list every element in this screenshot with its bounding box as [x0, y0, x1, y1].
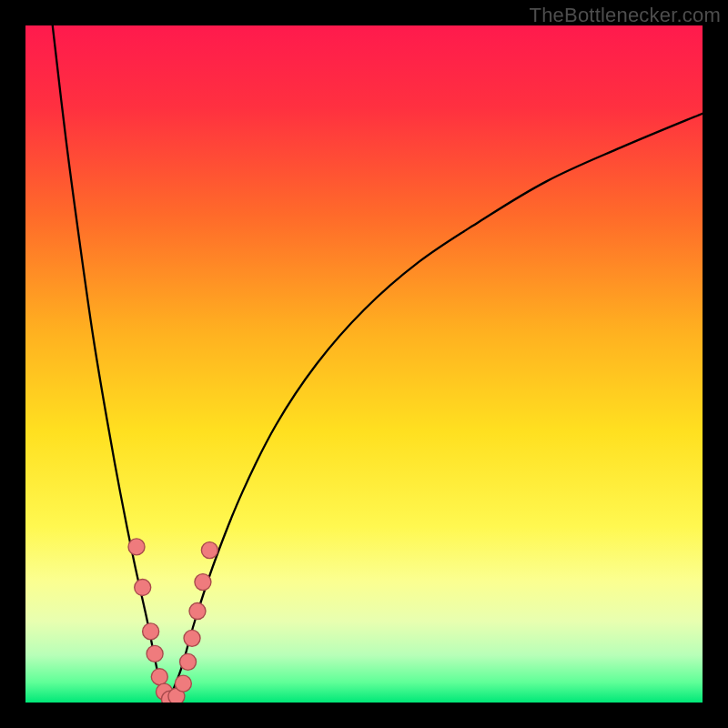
data-marker [135, 580, 151, 596]
plot-area [25, 25, 703, 703]
outer-frame: TheBottlenecker.com [0, 0, 728, 728]
data-marker [175, 675, 191, 692]
data-marker [195, 574, 211, 591]
data-marker [143, 623, 159, 640]
data-marker [201, 542, 217, 559]
data-marker [147, 645, 163, 662]
data-marker [180, 653, 197, 670]
data-marker [128, 539, 145, 555]
watermark-text: TheBottlenecker.com [530, 4, 721, 27]
curve-right-branch [167, 114, 703, 703]
curve-left-branch [53, 25, 167, 703]
data-marker [151, 669, 167, 685]
chart-overlay [25, 25, 703, 703]
data-marker [189, 603, 206, 620]
marker-group [128, 539, 217, 703]
data-marker [184, 630, 200, 646]
